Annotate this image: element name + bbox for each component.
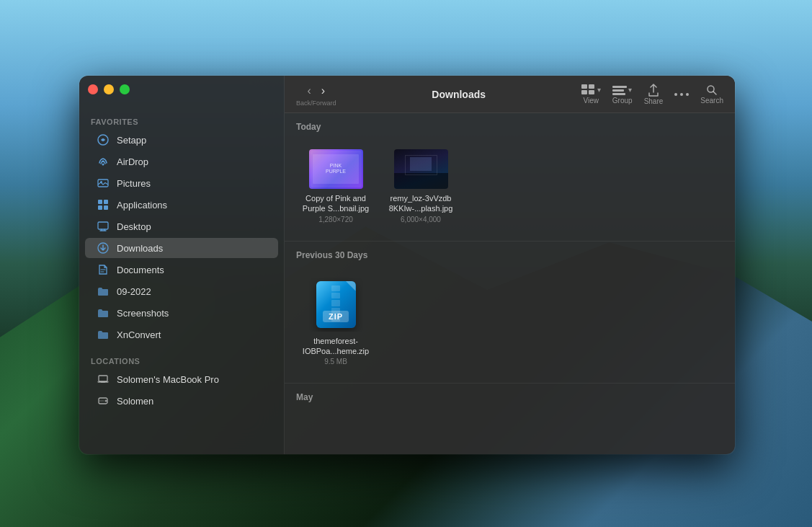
zip-body: ZIP bbox=[316, 281, 356, 328]
sidebar-item-solomen-label: Solomen bbox=[117, 396, 153, 407]
svg-rect-10 bbox=[99, 376, 107, 381]
file-meta-zip: 9.5 MB bbox=[324, 358, 347, 366]
sidebar-item-09-2022-label: 09-2022 bbox=[117, 286, 151, 297]
sidebar-item-airdrop-label: AirDrop bbox=[117, 156, 148, 167]
back-button[interactable]: ‹ bbox=[303, 82, 315, 99]
svg-rect-19 bbox=[612, 89, 624, 92]
file-item-zip[interactable]: ZIP themeforest-IOBPoa...heme.zip 9.5 MB bbox=[296, 272, 375, 372]
file-thumbnail-pink-purple: PINKPURPLE bbox=[309, 149, 363, 189]
sidebar-item-macbook-label: Solomen's MacBook Pro bbox=[117, 374, 219, 385]
section-today-header: Today bbox=[285, 113, 735, 138]
forward-button[interactable]: › bbox=[317, 82, 329, 99]
sidebar-item-downloads-label: Downloads bbox=[117, 243, 163, 254]
sidebar-item-solomen[interactable]: Solomen bbox=[85, 391, 278, 411]
svg-rect-14 bbox=[581, 84, 587, 89]
svg-rect-16 bbox=[581, 90, 587, 94]
more-icon bbox=[674, 89, 689, 100]
svg-point-22 bbox=[680, 93, 683, 96]
sidebar-item-applications-label: Applications bbox=[117, 200, 167, 211]
svg-point-23 bbox=[686, 93, 689, 96]
file-item-remy-loz[interactable]: remy_loz-3vVzdb 8KKIw-...plash.jpg 6,000… bbox=[381, 143, 460, 229]
airdrop-icon bbox=[97, 155, 110, 168]
locations-section-label: Locations bbox=[79, 351, 284, 368]
svg-rect-8 bbox=[98, 222, 108, 229]
main-content: ‹ › Back/Forward Downloads bbox=[285, 76, 735, 454]
sidebar-item-desktop[interactable]: Desktop bbox=[85, 216, 278, 236]
file-meta-pink-purple: 1,280×720 bbox=[318, 216, 353, 223]
sidebar: Favorites Setapp AirDrop bbox=[79, 76, 285, 454]
sidebar-item-screenshots-label: Screenshots bbox=[117, 308, 169, 319]
svg-rect-4 bbox=[98, 200, 102, 204]
file-item-pink-purple[interactable]: PINKPURPLE Copy of Pink and Purple S...b… bbox=[296, 143, 375, 229]
view-icon bbox=[581, 84, 596, 96]
view-action[interactable]: ▾ View bbox=[581, 84, 601, 105]
documents-icon bbox=[97, 263, 110, 276]
svg-rect-15 bbox=[589, 84, 594, 89]
desktop-icon bbox=[97, 220, 110, 233]
pictures-icon bbox=[97, 177, 110, 190]
applications-icon bbox=[97, 198, 110, 211]
sidebar-item-xnconvert[interactable]: XnConvert bbox=[85, 324, 278, 345]
sidebar-item-screenshots[interactable]: Screenshots bbox=[85, 303, 278, 323]
finder-window: Favorites Setapp AirDrop bbox=[79, 76, 735, 454]
zip-stripe-seg-4 bbox=[331, 308, 340, 314]
sidebar-item-applications[interactable]: Applications bbox=[85, 195, 278, 215]
sidebar-item-documents-label: Documents bbox=[117, 265, 164, 275]
zip-stripe bbox=[331, 285, 340, 322]
file-browser: Today PINKPURPLE Co bbox=[285, 113, 735, 454]
today-files-grid: PINKPURPLE Copy of Pink and Purple S...b… bbox=[285, 138, 735, 241]
sidebar-item-xnconvert-label: XnConvert bbox=[117, 329, 161, 340]
nav-label: Back/Forward bbox=[296, 99, 336, 107]
share-action[interactable]: Share bbox=[644, 84, 664, 105]
minimize-button[interactable] bbox=[104, 84, 114, 94]
sidebar-item-pictures[interactable]: Pictures bbox=[85, 173, 278, 193]
favorites-section-label: Favorites bbox=[79, 112, 284, 129]
window-title: Downloads bbox=[342, 89, 576, 100]
svg-rect-20 bbox=[612, 93, 625, 95]
folder-09-2022-icon bbox=[97, 285, 110, 298]
maximize-button[interactable] bbox=[120, 84, 130, 94]
svg-rect-18 bbox=[612, 86, 627, 88]
svg-rect-11 bbox=[101, 382, 105, 383]
previous30-files-grid: ZIP themeforest-IOBPoa...heme.zip 9.5 MB bbox=[285, 266, 735, 384]
sidebar-item-documents[interactable]: Documents bbox=[85, 260, 278, 280]
sidebar-item-09-2022[interactable]: 09-2022 bbox=[85, 281, 278, 301]
zip-stripe-seg-3 bbox=[331, 300, 340, 306]
folder-xnconvert-icon bbox=[97, 328, 110, 341]
search-action[interactable]: Search bbox=[700, 84, 723, 105]
nav-group: ‹ › Back/Forward bbox=[296, 82, 336, 107]
sidebar-item-airdrop[interactable]: AirDrop bbox=[85, 151, 278, 172]
setapp-icon bbox=[97, 133, 110, 146]
may-files-grid bbox=[285, 408, 735, 430]
file-name-pink-purple: Copy of Pink and Purple S...bnail.jpg bbox=[302, 193, 370, 214]
sidebar-item-downloads[interactable]: Downloads bbox=[85, 238, 278, 258]
section-may-header: May bbox=[285, 383, 735, 408]
sidebar-item-pictures-label: Pictures bbox=[117, 178, 151, 189]
laptop-icon bbox=[97, 373, 110, 386]
svg-rect-6 bbox=[98, 205, 102, 210]
drive-icon bbox=[97, 394, 110, 407]
sidebar-item-setapp-label: Setapp bbox=[117, 135, 146, 146]
more-action[interactable] bbox=[674, 89, 689, 100]
sidebar-item-setapp[interactable]: Setapp bbox=[85, 130, 278, 150]
close-button[interactable] bbox=[88, 84, 98, 94]
search-label: Search bbox=[700, 97, 723, 105]
share-label: Share bbox=[644, 97, 664, 105]
zip-icon-container: ZIP bbox=[313, 279, 360, 329]
zip-fold bbox=[346, 281, 356, 291]
file-name-remy-loz: remy_loz-3vVzdb 8KKIw-...plash.jpg bbox=[387, 193, 455, 214]
section-previous30-header: Previous 30 Days bbox=[285, 241, 735, 266]
group-chevron-icon: ▾ bbox=[628, 86, 632, 94]
zip-stripe-seg-5 bbox=[331, 315, 340, 321]
svg-point-21 bbox=[674, 93, 677, 96]
zip-stripe-seg-2 bbox=[331, 293, 340, 298]
sidebar-item-macbook[interactable]: Solomen's MacBook Pro bbox=[85, 369, 278, 389]
file-name-zip: themeforest-IOBPoa...heme.zip bbox=[302, 336, 370, 357]
group-action[interactable]: ▾ Group bbox=[612, 84, 633, 105]
toolbar: ‹ › Back/Forward Downloads bbox=[285, 76, 735, 113]
svg-point-13 bbox=[105, 400, 107, 402]
svg-point-1 bbox=[102, 164, 104, 166]
view-chevron-icon: ▾ bbox=[597, 86, 601, 94]
group-label: Group bbox=[612, 97, 633, 105]
file-meta-remy-loz: 6,000×4,000 bbox=[401, 216, 441, 223]
